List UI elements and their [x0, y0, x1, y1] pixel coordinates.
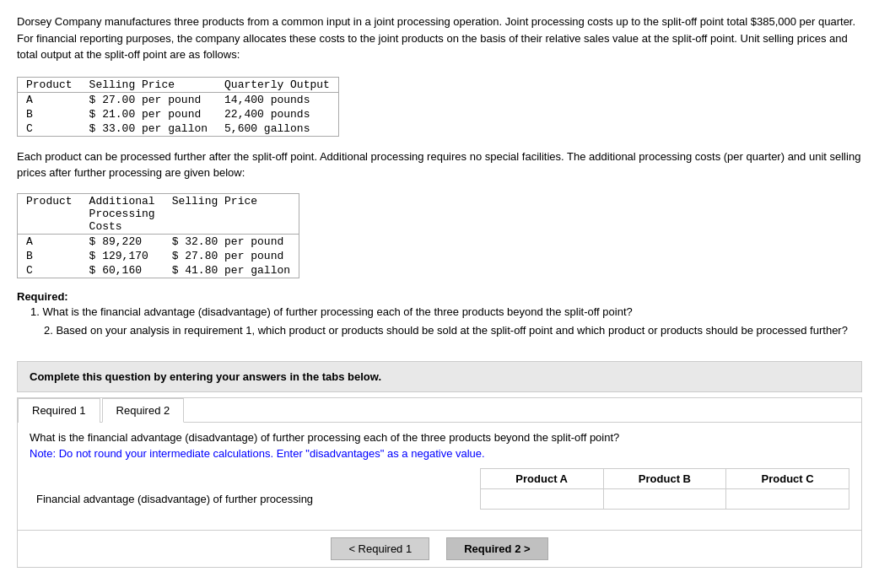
table1-col3-header: Quarterly Output — [216, 77, 338, 92]
answer-table-col-a: Product A — [480, 468, 603, 488]
required-item-2: 2. Based on your analysis in requirement… — [30, 321, 862, 340]
answer-row-label: Financial advantage (disadvantage) of fu… — [30, 488, 480, 509]
table1-row-c-product: C — [18, 121, 81, 137]
table2-row-a-cost: $ 89,220 — [81, 234, 164, 249]
middle-paragraph: Each product can be processed further af… — [17, 148, 862, 181]
table2-row-b-cost: $ 129,170 — [81, 249, 164, 263]
table2-col1-header: Product — [18, 193, 81, 234]
navigation-row: < Required 1 Required 2 > — [18, 530, 861, 567]
required-item-1: 1. What is the financial advantage (disa… — [30, 303, 862, 321]
required-list: 1. What is the financial advantage (disa… — [30, 303, 862, 340]
table1-row-a-product: A — [18, 92, 81, 107]
tab-content: What is the financial advantage (disadva… — [18, 423, 861, 526]
prev-button-label: < Required 1 — [348, 542, 412, 555]
table2: Product Additional Processing Costs Sell… — [17, 193, 299, 278]
table1-row-b-price: $ 21.00 per pound — [81, 107, 216, 121]
answer-cell-c[interactable] — [726, 488, 849, 509]
tabs-container: Required 1 Required 2 What is the financ… — [17, 397, 862, 568]
answer-table-col-c: Product C — [726, 468, 849, 488]
next-button[interactable]: Required 2 > — [446, 537, 547, 560]
table2-section: Product Additional Processing Costs Sell… — [17, 193, 862, 278]
answer-table-empty-header — [30, 468, 480, 488]
table2-row-a-price: $ 32.80 per pound — [164, 234, 299, 249]
prev-button[interactable]: < Required 1 — [331, 537, 429, 560]
table2-row-c-product: C — [18, 263, 81, 278]
table2-row-b: B $ 129,170 $ 27.80 per pound — [18, 249, 299, 263]
tabs-header: Required 1 Required 2 — [18, 398, 861, 423]
table2-row-b-product: B — [18, 249, 81, 263]
table2-header-row: Product Additional Processing Costs Sell… — [18, 193, 299, 234]
complete-box-text: Complete this question by entering your … — [30, 370, 381, 383]
tab-question: What is the financial advantage (disadva… — [30, 431, 849, 444]
table2-row-c: C $ 60,160 $ 41.80 per gallon — [18, 263, 299, 278]
table1-row-c-price: $ 33.00 per gallon — [81, 121, 216, 137]
answer-table-header-row: Product A Product B Product C — [30, 468, 849, 488]
table2-col2-header: Additional Processing Costs — [81, 193, 164, 234]
table1-row-a: A $ 27.00 per pound 14,400 pounds — [18, 92, 339, 107]
answer-cell-b[interactable] — [603, 488, 726, 509]
answer-table-row: Financial advantage (disadvantage) of fu… — [30, 488, 849, 509]
table1-row-a-price: $ 27.00 per pound — [81, 92, 216, 107]
table1-row-a-output: 14,400 pounds — [216, 92, 338, 107]
answer-table: Product A Product B Product C Financial … — [30, 468, 849, 510]
tabs-wrapper: Required 1 Required 2 What is the financ… — [17, 397, 862, 568]
table1-section: Product Selling Price Quarterly Output A… — [17, 77, 862, 137]
table2-row-b-price: $ 27.80 per pound — [164, 249, 299, 263]
input-product-a[interactable] — [483, 491, 601, 507]
table1-row-b-product: B — [18, 107, 81, 121]
table2-row-c-price: $ 41.80 per gallon — [164, 263, 299, 278]
table2-col3-header: Selling Price — [164, 193, 299, 234]
input-product-c[interactable] — [728, 491, 847, 507]
table1-row-b: B $ 21.00 per pound 22,400 pounds — [18, 107, 339, 121]
required-section: Required: 1. What is the financial advan… — [17, 290, 862, 340]
table1-row-c: C $ 33.00 per gallon 5,600 gallons — [18, 121, 339, 137]
answer-table-col-b: Product B — [603, 468, 726, 488]
input-product-b[interactable] — [606, 491, 725, 507]
table1-row-b-output: 22,400 pounds — [216, 107, 338, 121]
tab-note: Note: Do not round your intermediate cal… — [30, 447, 849, 460]
tab-required1[interactable]: Required 1 — [18, 398, 100, 423]
table1-header-row: Product Selling Price Quarterly Output — [18, 77, 339, 92]
table2-row-c-cost: $ 60,160 — [81, 263, 164, 278]
table1-col2-header: Selling Price — [81, 77, 216, 92]
complete-box: Complete this question by entering your … — [17, 361, 862, 392]
table1-row-c-output: 5,600 gallons — [216, 121, 338, 137]
answer-cell-a[interactable] — [480, 488, 603, 509]
table2-row-a-product: A — [18, 234, 81, 249]
tab-required2[interactable]: Required 2 — [102, 398, 185, 423]
required-label: Required: — [17, 290, 68, 303]
intro-paragraph: Dorsey Company manufactures three produc… — [17, 13, 862, 63]
table1-col1-header: Product — [18, 77, 81, 92]
table1: Product Selling Price Quarterly Output A… — [17, 77, 339, 137]
next-button-label: Required 2 > — [464, 542, 530, 555]
table2-row-a: A $ 89,220 $ 32.80 per pound — [18, 234, 299, 249]
